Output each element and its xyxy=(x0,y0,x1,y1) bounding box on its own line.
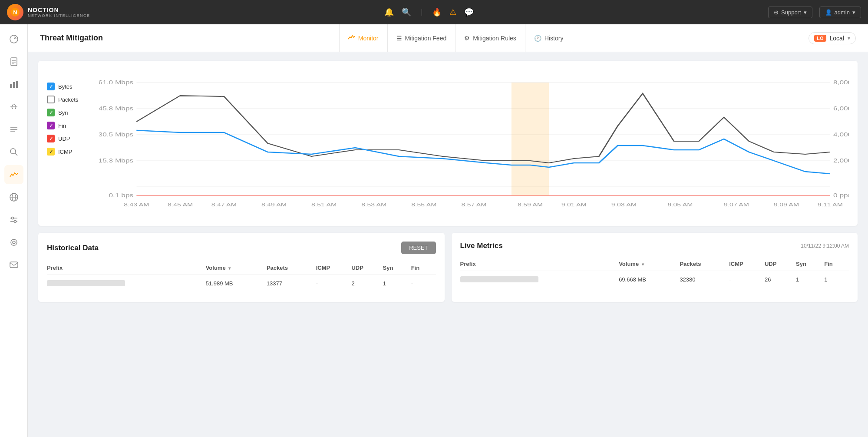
svg-rect-30 xyxy=(10,262,18,268)
col-icmp: ICMP xyxy=(316,261,352,275)
location-selector[interactable]: LO Local ▾ xyxy=(809,32,856,44)
chart-area: 61.0 Mbps 45.8 Mbps 30.5 Mbps 15.3 Mbps … xyxy=(99,70,849,217)
svg-text:8,000 pps: 8,000 pps xyxy=(833,80,849,86)
legend-syn[interactable]: ✓ Syn xyxy=(47,109,90,116)
bytes-label: Bytes xyxy=(58,83,73,90)
sidebar-item-reports[interactable] xyxy=(4,52,23,71)
sidebar-item-settings[interactable] xyxy=(4,233,23,252)
sidebar-item-bgp[interactable] xyxy=(4,97,23,116)
svg-line-3 xyxy=(14,38,16,39)
svg-line-13 xyxy=(14,104,16,107)
sidebar-item-controls[interactable] xyxy=(4,210,23,229)
fin-checkbox[interactable]: ✓ xyxy=(47,122,55,129)
sidebar-item-routes[interactable] xyxy=(4,120,23,139)
svg-line-12 xyxy=(12,104,13,107)
svg-text:8:53 AM: 8:53 AM xyxy=(361,202,386,207)
live-fin-value: 1 xyxy=(824,271,849,289)
svg-text:8:47 AM: 8:47 AM xyxy=(211,202,237,207)
tab-history[interactable]: 🕐 History xyxy=(525,24,573,52)
tab-mitigation-rules[interactable]: ⚙ Mitigation Rules xyxy=(455,24,525,52)
sidebar-item-search[interactable] xyxy=(4,142,23,162)
svg-text:8:59 AM: 8:59 AM xyxy=(518,202,543,207)
svg-text:15.3 Mbps: 15.3 Mbps xyxy=(99,158,133,164)
main-content: Threat Mitigation Monitor ☰ Mitigation F… xyxy=(28,24,868,437)
historical-table: Prefix Volume ▾ Packets ICMP UDP Syn Fin xyxy=(47,261,436,293)
topnav-icons: 🔔 🔍 | 🔥 ⚠ 💬 xyxy=(384,7,474,17)
svg-text:9:03 AM: 9:03 AM xyxy=(611,202,637,207)
syn-checkbox[interactable]: ✓ xyxy=(47,109,55,116)
page-title: Threat Mitigation xyxy=(40,33,103,43)
live-col-volume[interactable]: Volume ▾ xyxy=(619,257,680,271)
svg-text:61.0 Mbps: 61.0 Mbps xyxy=(99,80,133,86)
legend-bytes[interactable]: ✓ Bytes xyxy=(47,83,90,90)
svg-text:8:45 AM: 8:45 AM xyxy=(168,202,193,207)
udp-checkbox[interactable]: ✓ xyxy=(47,135,55,142)
live-panel-header: Live Metrics 10/11/22 9:12:00 AM xyxy=(460,242,849,250)
packets-checkbox[interactable]: ✓ xyxy=(47,96,55,103)
svg-point-19 xyxy=(10,149,16,154)
live-timestamp: 10/11/22 9:12:00 AM xyxy=(801,243,849,249)
svg-point-25 xyxy=(11,217,13,219)
svg-text:4,000 pps: 4,000 pps xyxy=(833,132,849,138)
sidebar-item-network[interactable] xyxy=(4,188,23,207)
bottom-section: Historical Data RESET Prefix Volume ▾ Pa… xyxy=(38,233,858,302)
svg-text:6,000 pps: 6,000 pps xyxy=(833,106,849,112)
icmp-checkbox[interactable]: ✓ xyxy=(47,148,55,156)
bell-icon[interactable]: 🔔 xyxy=(384,7,394,17)
col-prefix: Prefix xyxy=(47,261,206,275)
tab-history-label: History xyxy=(545,35,564,42)
fire-icon[interactable]: 🔥 xyxy=(432,7,442,17)
chart-container: ✓ Bytes ✓ Packets ✓ Syn ✓ Fin xyxy=(47,70,849,217)
legend-icmp[interactable]: ✓ ICMP xyxy=(47,148,90,156)
table-row: 69.668 MB 32380 - 26 1 1 xyxy=(460,271,849,289)
live-icmp-value: - xyxy=(729,271,765,289)
table-row: 51.989 MB 13377 - 2 1 - xyxy=(47,275,436,293)
tab-monitor[interactable]: Monitor xyxy=(339,24,388,52)
prefix-value xyxy=(47,280,125,286)
legend-fin[interactable]: ✓ Fin xyxy=(47,122,90,129)
legend-udp[interactable]: ✓ UDP xyxy=(47,135,90,142)
warning-icon[interactable]: ⚠ xyxy=(449,7,456,17)
sidebar-item-monitor[interactable] xyxy=(4,165,23,184)
search-icon[interactable]: 🔍 xyxy=(402,7,411,17)
icmp-value: - xyxy=(316,275,352,293)
tab-mitigation-feed[interactable]: ☰ Mitigation Feed xyxy=(388,24,456,52)
fin-value: - xyxy=(411,275,436,293)
tab-rules-label: Mitigation Rules xyxy=(473,35,516,42)
historical-title: Historical Data xyxy=(47,244,99,252)
syn-label: Syn xyxy=(58,109,68,116)
reset-button[interactable]: RESET xyxy=(401,242,436,254)
sidebar-item-messages[interactable] xyxy=(4,255,23,275)
historical-data-panel: Historical Data RESET Prefix Volume ▾ Pa… xyxy=(38,233,445,302)
sidebar-item-dashboard[interactable] xyxy=(4,30,23,49)
legend-packets[interactable]: ✓ Packets xyxy=(47,96,90,103)
support-button[interactable]: ⊕ Support ▾ xyxy=(768,7,812,18)
globe-icon: ⊕ xyxy=(774,9,779,16)
svg-rect-10 xyxy=(16,81,18,88)
volume-value: 51.989 MB xyxy=(206,275,267,293)
svg-rect-9 xyxy=(13,82,15,88)
tab-navigation: Monitor ☰ Mitigation Feed ⚙ Mitigation R… xyxy=(339,24,573,52)
topnav: N NOCTION NETWORK INTELLIGENCE 🔔 🔍 | 🔥 ⚠… xyxy=(0,0,868,24)
live-sort-icon: ▾ xyxy=(642,262,644,267)
location-badge: LO xyxy=(814,35,826,42)
svg-point-28 xyxy=(13,241,15,244)
bytes-checkbox[interactable]: ✓ xyxy=(47,83,55,90)
svg-text:2,000 pps: 2,000 pps xyxy=(833,158,849,164)
admin-button[interactable]: 👤 admin ▾ xyxy=(819,7,861,18)
live-packets-value: 32380 xyxy=(680,271,729,289)
chat-icon[interactable]: 💬 xyxy=(464,7,474,17)
history-tab-icon: 🕐 xyxy=(534,35,541,42)
svg-text:9:01 AM: 9:01 AM xyxy=(561,202,587,207)
page-header: Threat Mitigation Monitor ☰ Mitigation F… xyxy=(28,24,868,52)
sidebar-item-analytics[interactable] xyxy=(4,75,23,94)
live-col-syn: Syn xyxy=(796,257,824,271)
live-udp-value: 26 xyxy=(765,271,796,289)
tab-feed-label: Mitigation Feed xyxy=(405,35,447,42)
chart-section: ✓ Bytes ✓ Packets ✓ Syn ✓ Fin xyxy=(38,61,858,226)
sidebar xyxy=(0,24,28,437)
live-title: Live Metrics xyxy=(460,242,503,250)
svg-text:8:49 AM: 8:49 AM xyxy=(261,202,287,207)
live-col-icmp: ICMP xyxy=(729,257,765,271)
col-volume[interactable]: Volume ▾ xyxy=(206,261,267,275)
